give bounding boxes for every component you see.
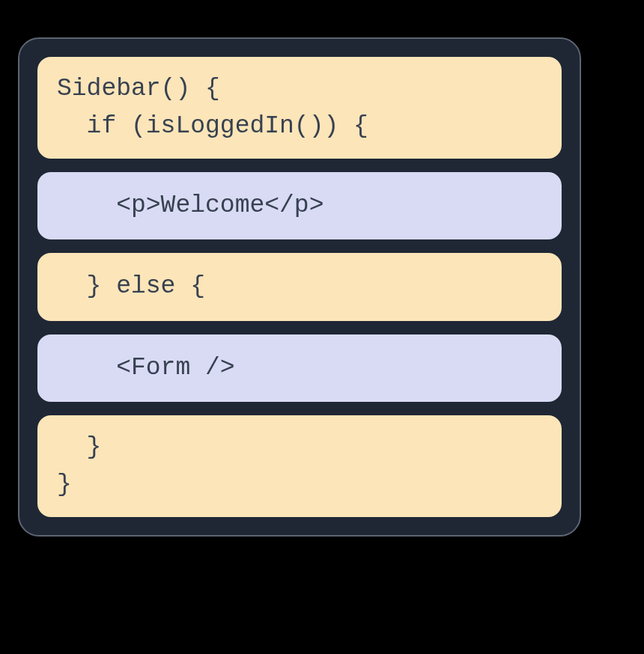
code-block-form: <Form /> — [37, 334, 562, 402]
code-block-sidebar-open: Sidebar() { if (isLoggedIn()) { — [37, 57, 562, 159]
code-block-welcome: <p>Welcome</p> — [37, 172, 562, 239]
code-block-sidebar-close: } } — [37, 415, 562, 517]
code-block-else: } else { — [37, 253, 562, 320]
code-diagram-container: Sidebar() { if (isLoggedIn()) { <p>Welco… — [18, 37, 581, 537]
